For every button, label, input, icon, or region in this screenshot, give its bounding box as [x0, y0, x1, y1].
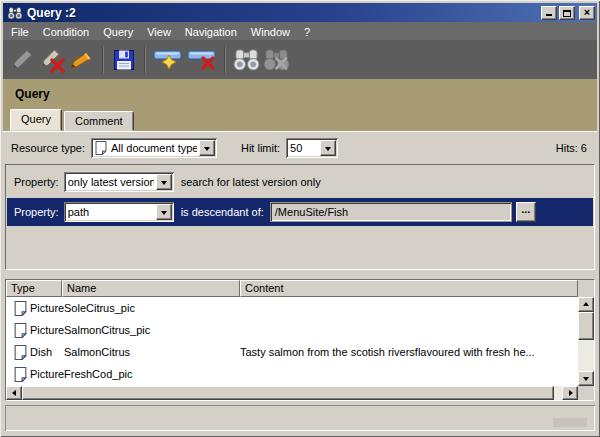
- cell-name: SoleCitrus_pic: [64, 302, 240, 314]
- scrollbar-corner: [578, 386, 594, 400]
- horizontal-scrollbar[interactable]: [6, 386, 578, 400]
- resource-type-value: All document types: [111, 142, 197, 154]
- table-row[interactable]: Picture SoleCitrus_pic: [6, 297, 578, 319]
- stop-search-button[interactable]: [261, 44, 291, 76]
- condition-remove-icon: [186, 47, 218, 73]
- path-value-input[interactable]: /MenuSite/Fish: [270, 202, 512, 222]
- cell-name: SalmonCitrus_pic: [64, 324, 240, 336]
- menu-navigation[interactable]: Navigation: [178, 24, 244, 39]
- column-header-type[interactable]: Type: [6, 280, 62, 297]
- table-row[interactable]: Picture SalmonCitrus_pic: [6, 319, 578, 341]
- close-button[interactable]: ×: [579, 6, 595, 20]
- scroll-right-button[interactable]: [562, 386, 578, 400]
- property-value: only latest version: [68, 176, 154, 188]
- condition-row-latest-version[interactable]: Property: only latest version search for…: [7, 170, 593, 194]
- operator-label: is descendant of:: [181, 206, 264, 218]
- menu-file[interactable]: File: [4, 24, 36, 39]
- query-window: Query :2 × File Condition Query View Nav…: [0, 0, 600, 437]
- menu-window[interactable]: Window: [244, 24, 297, 39]
- status-bar: [5, 405, 595, 431]
- chevron-down-icon: [161, 211, 167, 218]
- vertical-scroll-track[interactable]: [578, 340, 594, 371]
- cell-type: Picture: [30, 302, 64, 314]
- browse-button[interactable]: ...: [516, 202, 536, 222]
- horizontal-scroll-thumb[interactable]: [22, 386, 554, 400]
- cell-type: Dish: [30, 346, 64, 358]
- add-condition-button[interactable]: [151, 44, 185, 76]
- property-label: Property:: [14, 176, 59, 188]
- edit-orange-pencil-button[interactable]: [67, 44, 97, 76]
- binoculars-icon: [233, 47, 260, 72]
- tab-comment[interactable]: Comment: [64, 111, 134, 131]
- document-icon: [14, 301, 27, 316]
- edit-pencil-button[interactable]: [7, 44, 37, 76]
- page-title: Query: [15, 87, 50, 101]
- maximize-icon: [563, 10, 571, 17]
- chevron-down-icon: [325, 147, 331, 154]
- vertical-scroll-thumb[interactable]: [578, 312, 594, 340]
- arrow-up-icon: [583, 299, 589, 306]
- menu-view[interactable]: View: [140, 24, 178, 39]
- minimize-button[interactable]: [541, 6, 557, 20]
- section-header: Query Query Comment: [3, 79, 597, 131]
- resize-grip[interactable]: [553, 418, 587, 427]
- menu-query[interactable]: Query: [96, 24, 140, 39]
- table-row[interactable]: Dish SalmonCitrus Tasty salmon from the …: [6, 341, 578, 363]
- scroll-up-button[interactable]: [578, 297, 594, 312]
- property-select-path[interactable]: path: [64, 202, 174, 222]
- menu-help[interactable]: ?: [297, 24, 317, 39]
- conditions-panel: Property: only latest version search for…: [5, 164, 595, 270]
- property-dropdown-button[interactable]: [156, 204, 172, 220]
- binoculars-icon: [7, 6, 23, 20]
- scroll-left-button[interactable]: [6, 386, 22, 400]
- column-header-content[interactable]: Content: [240, 280, 578, 297]
- scroll-down-button[interactable]: [578, 371, 594, 386]
- condition-add-icon: [152, 47, 184, 73]
- tab-strip: Query Comment: [10, 109, 136, 131]
- resource-type-label: Resource type:: [11, 142, 85, 154]
- table-row[interactable]: Picture FreshCod_pic: [6, 363, 578, 385]
- property-dropdown-button[interactable]: [156, 174, 172, 190]
- property-label: Property:: [14, 206, 59, 218]
- minimize-icon: [546, 14, 552, 16]
- resource-type-select[interactable]: All document types: [91, 138, 217, 158]
- condition-row-path[interactable]: Property: path is descendant of: /MenuSi…: [7, 198, 593, 226]
- table-row[interactable]: Dish SoleCitrus One of the finest ...ser…: [6, 385, 578, 386]
- table-header: Type Name Content: [6, 280, 578, 297]
- resource-type-dropdown-button[interactable]: [199, 140, 215, 156]
- run-search-button[interactable]: [231, 44, 261, 76]
- hit-limit-label: Hit limit:: [241, 142, 280, 154]
- column-header-name[interactable]: Name: [62, 280, 240, 297]
- hits-count: Hits: 6: [556, 142, 587, 154]
- maximize-button[interactable]: [559, 6, 575, 20]
- cell-name: FreshCod_pic: [64, 368, 240, 380]
- query-tab-content: Resource type: All document types Hit li…: [3, 131, 597, 433]
- title-bar[interactable]: Query :2 ×: [3, 3, 597, 22]
- document-icon: [95, 141, 107, 155]
- cell-type: Picture: [30, 368, 64, 380]
- remove-condition-button[interactable]: [185, 44, 219, 76]
- document-icon: [14, 345, 27, 360]
- window-title: Query :2: [27, 6, 539, 20]
- hit-limit-dropdown-button[interactable]: [320, 140, 336, 156]
- menu-bar: File Condition Query View Navigation Win…: [3, 22, 597, 40]
- property-value: path: [68, 206, 154, 218]
- close-icon: ×: [584, 7, 590, 17]
- delete-with-pencil-button[interactable]: [37, 44, 67, 76]
- menu-condition[interactable]: Condition: [36, 24, 96, 39]
- condition-note: search for latest version only: [181, 176, 321, 188]
- toolbar-separator: [102, 47, 104, 73]
- property-select-latest-version[interactable]: only latest version: [64, 172, 174, 192]
- table-body: Picture SoleCitrus_pic Picture SalmonCit…: [6, 297, 578, 386]
- save-query-button[interactable]: [109, 44, 139, 76]
- toolbar: [3, 40, 597, 79]
- hit-limit-value: 50: [290, 142, 318, 154]
- tab-query[interactable]: Query: [10, 109, 62, 131]
- floppy-disk-icon: [112, 48, 136, 72]
- cell-content: Tasty salmon from the scotish riversflav…: [240, 346, 578, 358]
- document-icon: [14, 323, 27, 338]
- pencil-red-x-icon: [39, 47, 65, 73]
- toolbar-separator: [224, 47, 226, 73]
- vertical-scrollbar[interactable]: [578, 297, 594, 386]
- hit-limit-select[interactable]: 50: [286, 138, 338, 158]
